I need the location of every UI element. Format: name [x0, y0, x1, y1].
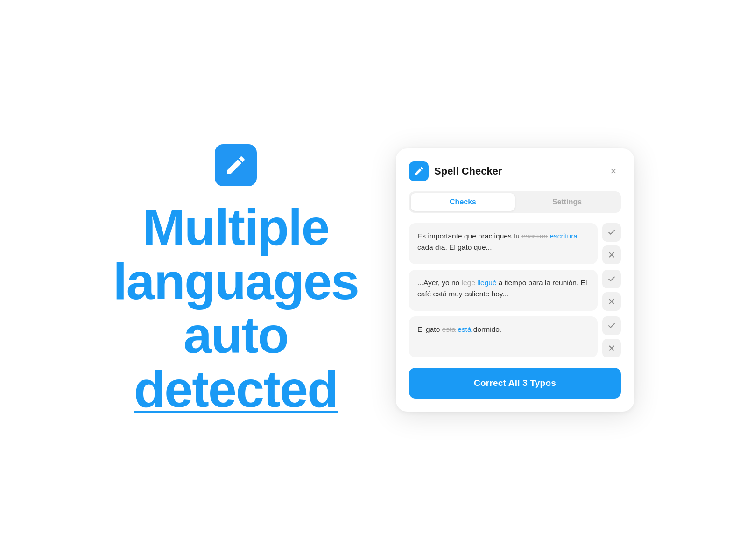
- tab-checks[interactable]: Checks: [411, 193, 515, 211]
- typo1-correct: escritura: [550, 232, 577, 240]
- typo3-accept-button[interactable]: [602, 316, 621, 335]
- hero-line2: languages: [113, 252, 359, 310]
- close-button[interactable]: ×: [606, 164, 621, 179]
- typo-text-box-3: El gato esta está dormido.: [409, 316, 598, 357]
- correct-all-button[interactable]: Correct All 3 Typos: [409, 368, 621, 399]
- tab-settings[interactable]: Settings: [515, 193, 619, 211]
- typo2-actions: [602, 270, 621, 311]
- check-icon: [607, 322, 616, 330]
- edit-icon: [224, 154, 247, 177]
- typo-list: Es importante que practiques tu escrtura…: [409, 223, 621, 357]
- left-panel: Multiple languages auto detected: [113, 144, 359, 416]
- spell-check-icon: [413, 166, 424, 177]
- typo3-text-before: El gato: [417, 325, 442, 333]
- x-icon: [607, 297, 616, 306]
- typo1-reject-button[interactable]: [602, 245, 621, 264]
- typo-item-2: ...Ayer, yo no lege llegué a tiempo para…: [409, 270, 621, 311]
- typo2-reject-button[interactable]: [602, 292, 621, 311]
- typo-text-box-2: ...Ayer, yo no lege llegué a tiempo para…: [409, 270, 598, 311]
- spell-checker-card: Spell Checker × Checks Settings Es impor…: [396, 148, 634, 412]
- typo3-text-after: dormido.: [472, 325, 502, 333]
- x-icon: [607, 344, 616, 352]
- typo1-text-after: cada día. El gato que...: [417, 243, 492, 251]
- typo-item-1: Es importante que practiques tu escrtura…: [409, 223, 621, 264]
- typo1-actions: [602, 223, 621, 264]
- typo3-actions: [602, 316, 621, 357]
- hero-line1: Multiple: [142, 198, 329, 256]
- typo3-reject-button[interactable]: [602, 339, 621, 357]
- check-icon: [607, 228, 616, 237]
- card-title: Spell Checker: [434, 165, 502, 177]
- hero-line4: detected: [134, 360, 338, 418]
- typo1-accept-button[interactable]: [602, 223, 621, 242]
- hero-line3: auto: [183, 306, 288, 364]
- typo2-text-before: ...Ayer, yo no: [417, 279, 462, 287]
- header-icon-wrapper: [409, 161, 429, 181]
- typo3-correct: está: [458, 325, 471, 333]
- typo2-wrong: lege: [462, 279, 475, 287]
- card-header: Spell Checker ×: [409, 161, 621, 181]
- card-header-left: Spell Checker: [409, 161, 502, 181]
- right-panel: Spell Checker × Checks Settings Es impor…: [396, 148, 634, 412]
- check-icon: [607, 275, 616, 283]
- tabs-row: Checks Settings: [409, 191, 621, 213]
- edit-icon-wrapper: [215, 144, 257, 186]
- typo-text-box-1: Es importante que practiques tu escrtura…: [409, 223, 598, 264]
- typo2-accept-button[interactable]: [602, 270, 621, 288]
- page-container: Multiple languages auto detected Spell C…: [0, 0, 747, 560]
- x-icon: [607, 251, 616, 259]
- typo3-wrong: esta: [442, 325, 456, 333]
- typo1-wrong: escrtura: [521, 232, 548, 240]
- typo-item-3: El gato esta está dormido.: [409, 316, 621, 357]
- typo2-correct: llegué: [477, 279, 496, 287]
- typo1-text-before: Es importante que practiques tu: [417, 232, 521, 240]
- hero-text: Multiple languages auto detected: [113, 200, 359, 416]
